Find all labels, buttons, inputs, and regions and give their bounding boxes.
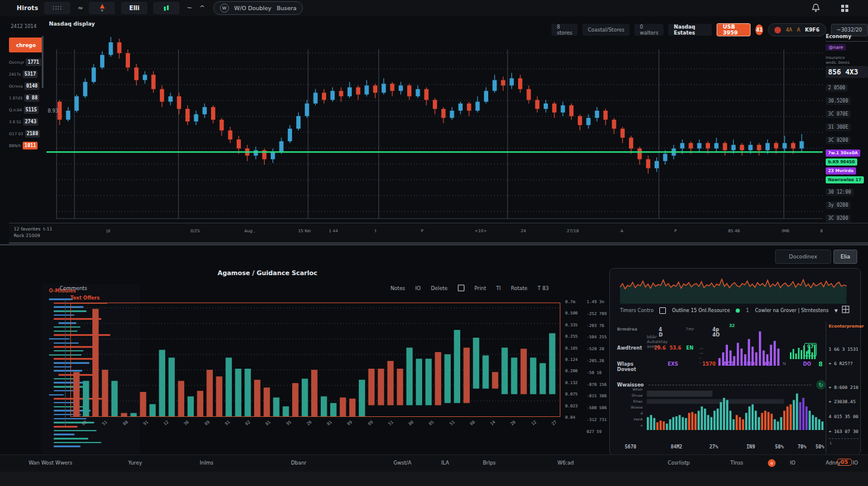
watchlist-row-value: 5317 <box>23 70 38 78</box>
wave-tool-button[interactable]: ≈ <box>78 4 83 12</box>
status-item[interactable]: W6:ad <box>557 460 574 466</box>
panel-vertical-divider <box>826 322 826 454</box>
watchlist-row-value: 2743 <box>23 118 38 126</box>
menu-item-overlay[interactable]: W/O Doubley <box>234 5 271 11</box>
time-axis[interactable]: 12 favorites t-11Rock 21009 |d0/25Aug ,1… <box>9 223 868 244</box>
row-value: EXS <box>668 362 678 367</box>
volume-y-label: 0.124 <box>565 357 578 362</box>
cursor-tool-button[interactable]: ▲ ▾ <box>89 2 115 14</box>
scale-value[interactable]: 30.5200 <box>826 97 851 105</box>
spectrum-label: Elnes <box>633 399 643 403</box>
status-item[interactable]: IO <box>790 460 795 466</box>
line-style-button[interactable]: ~ <box>187 4 192 12</box>
status-item[interactable]: Inlms <box>200 460 213 466</box>
dashboard-button[interactable]: Docodinex <box>775 250 831 264</box>
time-tick: t <box>375 229 377 233</box>
candles-tool-button[interactable] <box>153 2 179 14</box>
watchlist-row[interactable]: Ovcrxyr1771 <box>9 58 44 66</box>
watchlist-row-value: 0148 <box>24 82 39 90</box>
status-orange-icon[interactable]: o <box>768 459 776 467</box>
volume-y-label: 0.335 <box>565 323 578 328</box>
scale-value[interactable]: 31 300E <box>826 123 851 131</box>
watchlist-row[interactable]: 2417s5317 <box>9 70 44 78</box>
volume-toolbar-item[interactable]: Rotate <box>511 285 528 291</box>
col-label: Brmdrea <box>617 327 637 332</box>
volume-toolbar-item[interactable]: TI <box>496 285 501 291</box>
volume-x-label: 09 <box>346 420 354 427</box>
purple-mini-chart <box>718 325 781 368</box>
volume-toolbar-item[interactable]: Delete <box>431 285 448 291</box>
spectrum-chart[interactable] <box>647 387 824 431</box>
price-marker-green[interactable]: Nawrewlae 17 <box>826 176 864 183</box>
aux-value: -070 156 <box>587 382 607 387</box>
square-icon[interactable] <box>458 285 464 291</box>
volume-chart-toolbar: NotesIODeletePrintTIRotateT 83 <box>390 285 549 291</box>
status-item[interactable]: IO <box>852 460 858 466</box>
watchlist-row[interactable]: BBN/h1011 <box>9 142 44 149</box>
volume-y-label: 0.500 <box>565 311 578 316</box>
spectrum-label: a <box>640 423 643 427</box>
scale-value[interactable]: 2 0500 <box>826 84 848 92</box>
volume-toolbar-item[interactable]: T 83 <box>538 285 549 291</box>
chevron-down-icon[interactable]: ▼ <box>835 309 838 313</box>
panel-grid-icon[interactable] <box>842 306 850 313</box>
scale-tag[interactable]: @nare <box>826 44 846 51</box>
volume-x-label: 81 <box>265 420 272 427</box>
volume-y-label: 0.075 <box>565 392 578 397</box>
layout-dots-button[interactable]: ∷∷ <box>44 2 70 14</box>
scale-value[interactable]: 30 12:00 <box>826 188 854 196</box>
status-item[interactable]: Tlnss <box>730 460 743 466</box>
checkbox-icon[interactable] <box>659 307 666 314</box>
volume-x-label: 51 <box>388 420 395 427</box>
scale-value[interactable]: 3C 070E <box>826 110 851 118</box>
status-item[interactable]: ILA <box>441 460 449 466</box>
scale-sub2: weds. boxes <box>826 60 868 65</box>
volume-x-labels: 0251089112300991028195268109095180055108… <box>70 420 560 436</box>
volume-toolbar-item[interactable]: Print <box>475 285 486 291</box>
watchlist-active-item[interactable]: chrego <box>9 38 43 52</box>
collapse-button[interactable]: ^ <box>200 4 205 12</box>
status-item[interactable]: Dbanr <box>291 460 306 466</box>
workspace-menu[interactable]: W W/O Doubley Busera <box>213 1 303 15</box>
info-filter[interactable]: Cowler na Grover | Strntestens <box>755 308 828 313</box>
watchlist-scrollbar[interactable] <box>42 36 44 88</box>
apps-grid-icon[interactable] <box>841 4 849 13</box>
status-item[interactable]: Cosrlistp <box>668 460 690 466</box>
volume-toolbar-item[interactable]: Notes <box>390 285 405 291</box>
percent-value: 70% <box>798 444 806 450</box>
volume-x-label: 08 <box>122 420 129 427</box>
elli-button[interactable]: Elli <box>121 2 147 14</box>
volume-bar-chart[interactable] <box>70 303 560 417</box>
candlestick-chart[interactable] <box>46 33 823 222</box>
menu-item-presets[interactable]: Busera <box>277 5 296 11</box>
status-item[interactable]: Gwst/A <box>393 460 411 466</box>
price-marker-purple[interactable]: 7w.1 30xx0A <box>826 149 860 157</box>
watchlist-row-label: O17 03 <box>9 132 23 136</box>
info-left[interactable]: Timers Contro <box>620 308 653 313</box>
watchlist-row[interactable]: 1 87d30 88 <box>9 94 44 102</box>
status-item[interactable]: Adnry <box>826 460 841 466</box>
scale-value[interactable]: 3C 0200 <box>826 136 851 144</box>
status-item[interactable]: Wan Wost Wwers <box>29 460 72 466</box>
chart-title: Nasdaq display <box>49 21 95 27</box>
status-item[interactable]: Brlps <box>483 460 496 466</box>
row-value: N <box>783 362 786 366</box>
notifications-icon[interactable] <box>811 4 820 13</box>
scale-sub1: Insurance <box>826 55 868 60</box>
watchlist-row[interactable]: Ocrxxa0148 <box>9 82 44 90</box>
price-marker-green[interactable]: b.K9 90450 <box>826 158 857 166</box>
watchlist-row[interactable]: 3 8 512743 <box>9 118 44 126</box>
status-item[interactable]: Yurey <box>128 460 142 466</box>
time-tick: A <box>621 229 624 233</box>
price-marker-purple[interactable]: 23 Mvrirde <box>826 167 856 175</box>
volume-x-label: 12 <box>163 420 170 427</box>
scale-value[interactable]: 3C 0200 <box>826 214 851 222</box>
watchlist-row[interactable]: Q.n.045115 <box>9 106 44 114</box>
info-outline[interactable]: Outline 15 Onl.Resource <box>672 308 730 313</box>
sparkline-chart[interactable] <box>620 273 847 305</box>
volume-left-ruler <box>61 301 66 426</box>
edit-button[interactable]: Elia <box>833 250 857 264</box>
volume-toolbar-item[interactable]: IO <box>416 285 421 291</box>
watchlist-row[interactable]: O17 032188 <box>9 130 44 138</box>
scale-value[interactable]: 3y 0200 <box>826 201 851 209</box>
